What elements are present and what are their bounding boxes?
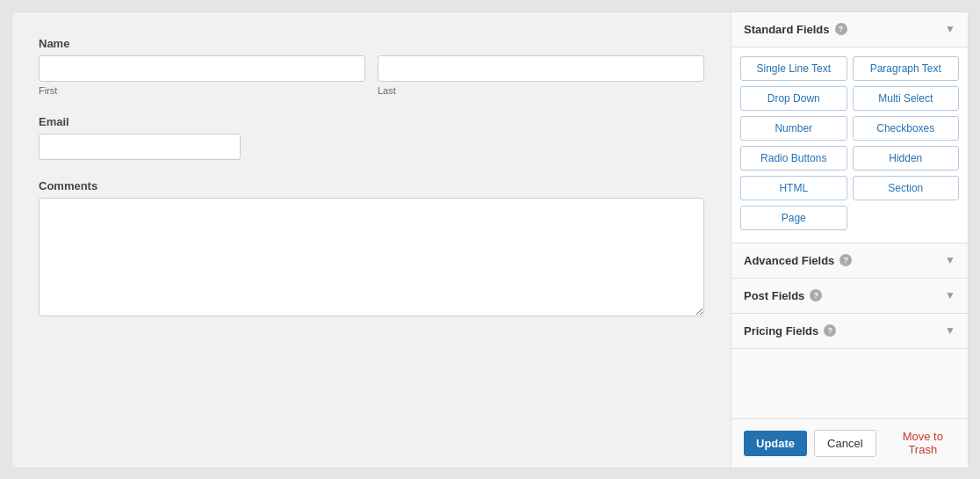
first-name-col: First — [39, 55, 365, 96]
email-label: Email — [39, 115, 704, 128]
pricing-fields-chevron-icon: ▼ — [945, 324, 955, 337]
post-fields-help-icon[interactable]: ? — [810, 289, 822, 301]
standard-fields-chevron-icon: ▼ — [945, 23, 955, 35]
first-sub-label: First — [39, 85, 365, 96]
right-panel: Standard Fields ? ▼ Single Line Text Par… — [731, 12, 968, 468]
btn-radio-buttons[interactable]: Radio Buttons — [740, 146, 847, 171]
pricing-fields-header[interactable]: Pricing Fields ? ▼ — [731, 314, 968, 348]
btn-html[interactable]: HTML — [740, 176, 847, 200]
comments-label: Comments — [39, 179, 704, 192]
name-field-group: Name First Last — [39, 37, 704, 96]
btn-section[interactable]: Section — [853, 176, 960, 200]
btn-single-line-text[interactable]: Single Line Text — [740, 56, 847, 81]
form-builder-container: Name First Last Email Comments — [11, 11, 969, 468]
post-fields-title: Post Fields ? — [744, 289, 822, 302]
pricing-fields-help-icon[interactable]: ? — [824, 324, 836, 337]
action-bar: Update Cancel Move to Trash — [731, 418, 968, 468]
post-fields-section: Post Fields ? ▼ — [731, 279, 968, 314]
btn-paragraph-text[interactable]: Paragraph Text — [853, 56, 960, 81]
btn-drop-down[interactable]: Drop Down — [740, 86, 847, 111]
last-name-col: Last — [378, 55, 704, 96]
standard-fields-help-icon[interactable]: ? — [835, 23, 847, 35]
advanced-fields-title: Advanced Fields ? — [744, 254, 852, 267]
btn-checkboxes[interactable]: Checkboxes — [853, 116, 960, 141]
btn-page[interactable]: Page — [740, 206, 847, 230]
standard-fields-title: Standard Fields ? — [744, 23, 847, 36]
first-name-input[interactable] — [39, 55, 365, 82]
name-label: Name — [39, 37, 704, 50]
pricing-fields-section: Pricing Fields ? ▼ — [731, 314, 968, 349]
btn-hidden[interactable]: Hidden — [853, 146, 960, 171]
standard-fields-section: Standard Fields ? ▼ Single Line Text Par… — [731, 12, 968, 243]
standard-fields-header[interactable]: Standard Fields ? ▼ — [731, 12, 968, 47]
post-fields-header[interactable]: Post Fields ? ▼ — [731, 279, 968, 313]
advanced-fields-chevron-icon: ▼ — [945, 254, 955, 266]
email-field-group: Email — [39, 115, 704, 160]
comments-textarea[interactable] — [39, 198, 704, 316]
post-fields-chevron-icon: ▼ — [945, 289, 955, 301]
last-name-input[interactable] — [378, 55, 704, 82]
comments-field-group: Comments — [39, 179, 704, 319]
standard-fields-grid: Single Line Text Paragraph Text Drop Dow… — [740, 56, 959, 230]
cancel-button[interactable]: Cancel — [814, 430, 876, 457]
update-button[interactable]: Update — [744, 431, 807, 456]
standard-fields-body: Single Line Text Paragraph Text Drop Dow… — [731, 47, 968, 243]
name-row: First Last — [39, 55, 704, 96]
pricing-fields-title: Pricing Fields ? — [744, 324, 836, 337]
btn-multi-select[interactable]: Multi Select — [853, 86, 960, 111]
move-to-trash-button[interactable]: Move to Trash — [890, 430, 955, 456]
advanced-fields-help-icon[interactable]: ? — [839, 254, 852, 266]
last-sub-label: Last — [378, 85, 704, 96]
left-panel: Name First Last Email Comments — [12, 12, 731, 468]
email-input[interactable] — [39, 134, 241, 160]
advanced-fields-section: Advanced Fields ? ▼ — [731, 243, 968, 279]
advanced-fields-header[interactable]: Advanced Fields ? ▼ — [731, 243, 968, 278]
btn-number[interactable]: Number — [740, 116, 847, 141]
